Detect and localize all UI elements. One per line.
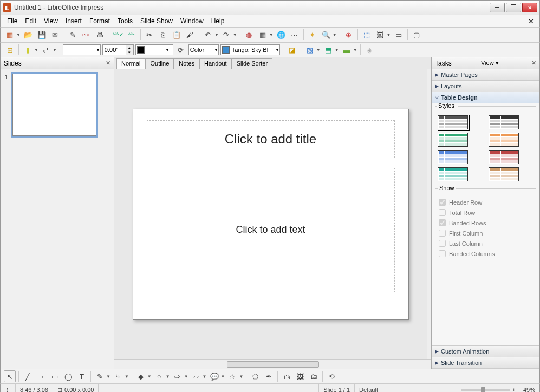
tab-normal[interactable]: Normal bbox=[116, 58, 145, 69]
section-slide-transition[interactable]: ▶Slide Transition bbox=[432, 357, 539, 368]
table-style-swatch[interactable] bbox=[489, 150, 519, 164]
body-placeholder[interactable]: Click to add text bbox=[147, 168, 395, 292]
menu-slideshow[interactable]: Slide Show bbox=[137, 16, 176, 26]
basic-shapes-tool[interactable]: ◆ bbox=[135, 370, 147, 382]
section-custom-animation[interactable]: ▶Custom Animation bbox=[432, 346, 539, 357]
extrusion-button[interactable]: ◈ bbox=[363, 44, 375, 56]
gallery-button[interactable]: ⬚ bbox=[361, 29, 373, 41]
menu-tools[interactable]: Tools bbox=[114, 16, 136, 26]
menu-help[interactable]: Help bbox=[208, 16, 228, 26]
scrollbar-thumb[interactable] bbox=[227, 361, 319, 368]
table-style-swatch[interactable] bbox=[489, 115, 519, 129]
line-style-select[interactable]: ▾ bbox=[63, 44, 101, 55]
autospell-button[interactable]: ᴬᴮꟲ bbox=[126, 29, 138, 41]
slides-list[interactable]: 1 bbox=[1, 69, 114, 369]
connector-tool[interactable]: ⤷ bbox=[112, 370, 124, 382]
spin-down[interactable]: ▾ bbox=[126, 50, 133, 55]
shadow-button[interactable]: ◪ bbox=[286, 44, 298, 56]
section-master-pages[interactable]: ▶Master Pages bbox=[432, 69, 539, 80]
hyperlink-button[interactable]: 🌐 bbox=[275, 29, 287, 41]
rect-tool[interactable]: ▭ bbox=[49, 370, 61, 382]
zoom-button[interactable]: 🔍 bbox=[320, 29, 332, 41]
glue-tool[interactable]: ✒ bbox=[263, 370, 275, 382]
fill-bucket-icon[interactable]: ⟳ bbox=[175, 44, 187, 56]
new-doc-button[interactable]: ▦ bbox=[4, 29, 16, 41]
select-tool[interactable]: ↖ bbox=[4, 370, 16, 382]
rotate-tool[interactable]: ⟲ bbox=[326, 370, 337, 382]
tab-slidesorter[interactable]: Slide Sorter bbox=[232, 58, 272, 69]
flowchart-tool[interactable]: ▱ bbox=[190, 370, 202, 382]
table-style-swatch[interactable] bbox=[438, 115, 468, 129]
zoom-out-icon[interactable]: − bbox=[456, 387, 459, 392]
checkbox[interactable] bbox=[439, 250, 446, 257]
print-button[interactable]: 🖶 bbox=[94, 29, 106, 41]
zoom-in-icon[interactable]: + bbox=[512, 387, 516, 392]
section-table-design[interactable]: ▽Table Design bbox=[432, 92, 539, 103]
table-style-swatch[interactable] bbox=[489, 133, 519, 147]
line-color-select[interactable]: ▾ bbox=[135, 44, 173, 55]
spin-up[interactable]: ▴ bbox=[126, 45, 133, 50]
curve-tool[interactable]: ✎ bbox=[94, 370, 106, 382]
insert-slide-button[interactable]: ▭ bbox=[393, 29, 405, 41]
table-style-swatch[interactable] bbox=[438, 167, 468, 181]
presentation-button[interactable]: ▢ bbox=[411, 29, 422, 41]
paste-button[interactable]: 📋 bbox=[171, 29, 183, 41]
export-pdf-button[interactable]: PDF bbox=[81, 29, 93, 41]
title-placeholder[interactable]: Click to add title bbox=[147, 120, 395, 158]
fontwork-tool[interactable]: 🗛 bbox=[281, 370, 292, 382]
table-style-swatch[interactable] bbox=[438, 150, 468, 164]
horizontal-scrollbar[interactable] bbox=[114, 359, 431, 369]
cut-button[interactable]: ✂ bbox=[144, 29, 155, 41]
slide-canvas[interactable]: Click to add title Click to add text bbox=[133, 109, 409, 320]
highlight-button[interactable]: ▮ bbox=[22, 44, 34, 56]
gallery-tool[interactable]: 🗂 bbox=[308, 370, 320, 382]
email-button[interactable]: ✉ bbox=[49, 29, 61, 41]
show-option[interactable]: Header Row bbox=[439, 199, 532, 206]
tasks-panel-close-icon[interactable]: ✕ bbox=[531, 60, 536, 67]
table-style-swatch[interactable] bbox=[438, 133, 468, 147]
zoom-value[interactable]: 49% bbox=[519, 384, 539, 392]
redo-button[interactable]: ↷ bbox=[220, 29, 232, 41]
zoom-slider[interactable] bbox=[461, 389, 510, 391]
copy-button[interactable]: ⎘ bbox=[157, 29, 169, 41]
format-paint-button[interactable]: 🖌 bbox=[184, 29, 196, 41]
menu-file[interactable]: File bbox=[4, 16, 21, 26]
points-tool[interactable]: ⬠ bbox=[249, 370, 261, 382]
stars-tool[interactable]: ☆ bbox=[226, 370, 238, 382]
save-button[interactable]: 💾 bbox=[36, 29, 48, 41]
spellcheck-button[interactable]: ᴬᴮꟲ✔ bbox=[112, 29, 124, 41]
open-button[interactable]: 📂 bbox=[22, 29, 34, 41]
show-option[interactable]: Banded Columns bbox=[439, 250, 532, 257]
canvas-area[interactable]: Click to add title Click to add text bbox=[114, 69, 427, 359]
undo-button[interactable]: ↶ bbox=[202, 29, 214, 41]
show-option[interactable]: Banded Rows bbox=[439, 219, 532, 226]
arrow-tool[interactable]: → bbox=[35, 370, 47, 382]
align-button[interactable]: ⬒ bbox=[322, 44, 334, 56]
text-tool[interactable]: T bbox=[76, 370, 88, 382]
line-width-spinner[interactable]: ▴▾ bbox=[102, 44, 134, 55]
checkbox[interactable] bbox=[439, 219, 446, 226]
minimize-button[interactable] bbox=[490, 3, 505, 12]
zoom-knob[interactable] bbox=[481, 387, 485, 392]
menu-window[interactable]: Window bbox=[177, 16, 207, 26]
tasks-view-menu[interactable]: View ▾ bbox=[481, 60, 499, 67]
arrange-button[interactable]: ▧ bbox=[304, 44, 316, 56]
menu-view[interactable]: View bbox=[41, 16, 61, 26]
edit-button[interactable]: ✎ bbox=[67, 29, 79, 41]
checkbox[interactable] bbox=[439, 199, 446, 206]
grid-button[interactable]: ⊞ bbox=[4, 44, 16, 56]
checkbox[interactable] bbox=[439, 240, 446, 247]
zoom-control[interactable]: − + bbox=[452, 387, 519, 392]
maximize-button[interactable] bbox=[506, 3, 521, 12]
arrowstyle-button[interactable]: ⇄ bbox=[40, 44, 52, 56]
slide-thumbnail[interactable] bbox=[12, 74, 96, 136]
table-button[interactable]: ▦ bbox=[257, 29, 269, 41]
symbol-shapes-tool[interactable]: ○ bbox=[153, 370, 165, 382]
callout-tool[interactable]: 💬 bbox=[209, 370, 220, 382]
chart-button[interactable]: ◍ bbox=[243, 29, 255, 41]
from-file-tool[interactable]: 🖼 bbox=[294, 370, 306, 382]
section-layouts[interactable]: ▶Layouts bbox=[432, 81, 539, 92]
help-button[interactable]: ⊕ bbox=[343, 29, 355, 41]
tab-outline[interactable]: Outline bbox=[145, 58, 174, 69]
line-width-input[interactable] bbox=[103, 47, 126, 53]
